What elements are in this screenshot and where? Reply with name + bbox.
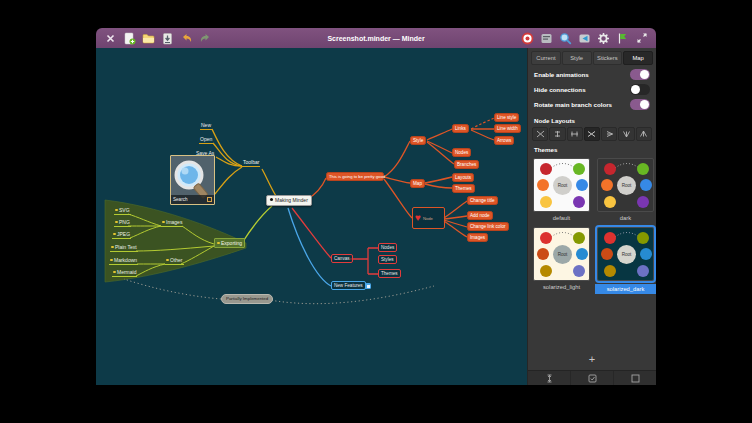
properties-sidebar: Current Style Stickers Map Enable animat… — [527, 48, 656, 385]
board-icon[interactable] — [540, 32, 553, 45]
theme-solarized-dark[interactable]: Root solarized_dark — [595, 227, 656, 294]
rotate-branch-colors-toggle[interactable] — [630, 99, 650, 110]
map-node-line-width[interactable]: Line width — [494, 124, 521, 133]
map-node-search-image[interactable]: Search — [170, 155, 215, 205]
theme-default[interactable]: Root default — [533, 158, 590, 222]
map-node-other[interactable]: Other — [165, 257, 184, 265]
layout-vertical-button[interactable] — [549, 127, 565, 141]
map-node-svg[interactable]: SVG — [114, 207, 131, 215]
setting-enable-animations: Enable animations — [528, 67, 656, 82]
theme-dark[interactable]: Root dark — [595, 158, 656, 222]
close-window-icon[interactable] — [104, 32, 117, 45]
layout-up-button[interactable] — [618, 127, 634, 141]
tasks-checkbox-icon[interactable] — [571, 371, 614, 385]
map-node-change-title[interactable]: Change title — [467, 196, 498, 205]
themes-heading: Themes — [528, 141, 656, 156]
map-node-style[interactable]: Style — [410, 136, 426, 145]
theme-name: solarized_light — [540, 283, 583, 291]
map-node-style-nodes[interactable]: Nodes — [452, 148, 471, 157]
layout-manual-button[interactable] — [532, 127, 548, 141]
image-resize-icon[interactable] — [207, 197, 212, 202]
map-node-canvas-nodes[interactable]: Nodes — [378, 243, 397, 252]
theme-color-dot — [604, 232, 616, 244]
tab-map[interactable]: Map — [623, 51, 653, 65]
theme-color-dot — [640, 179, 652, 191]
hide-connections-toggle[interactable] — [630, 84, 650, 95]
layout-horizontal-button[interactable] — [567, 127, 583, 141]
map-node-arrows[interactable]: Arrows — [494, 136, 514, 145]
theme-color-dot — [540, 265, 552, 277]
enable-animations-toggle[interactable] — [630, 69, 650, 80]
layout-down-button[interactable] — [636, 127, 652, 141]
tab-stickers[interactable]: Stickers — [593, 51, 623, 65]
map-node-canvas-styles[interactable]: Styles — [378, 255, 397, 264]
theme-color-dot — [540, 232, 552, 244]
theme-color-dot — [637, 265, 649, 277]
map-node-themes[interactable]: Themes — [452, 184, 475, 193]
frame-icon[interactable] — [614, 371, 656, 385]
titlebar: Screenshot.minder — Minder — [96, 28, 656, 48]
theme-name: dark — [617, 214, 634, 222]
setting-rotate-branch-colors: Rotate main branch colors — [528, 97, 656, 112]
open-folder-icon[interactable] — [142, 32, 155, 45]
theme-root-circle: Root — [553, 245, 572, 264]
map-node-mermaid[interactable]: Mermaid — [112, 269, 137, 277]
redo-icon[interactable] — [199, 32, 212, 45]
theme-color-dot — [601, 248, 613, 260]
map-node-export-images[interactable]: Images — [161, 219, 183, 227]
map-node-layouts[interactable]: Layouts — [452, 173, 474, 182]
map-node-new-features[interactable]: New Features — [331, 281, 366, 290]
sidebar-tabs: Current Style Stickers Map — [528, 48, 656, 67]
export-icon[interactable] — [578, 32, 591, 45]
new-document-icon[interactable] — [123, 32, 136, 45]
settings-gear-icon[interactable] — [597, 32, 610, 45]
map-node-markdown[interactable]: Markdown — [109, 257, 138, 265]
map-node-canvas-themes[interactable]: Themes — [378, 269, 401, 278]
add-theme-button[interactable]: + — [528, 354, 656, 365]
layout-both-sides-button[interactable] — [584, 127, 600, 141]
map-node-plain-text[interactable]: Plain Text — [110, 244, 138, 252]
heart-sticker-icon: ♥ — [415, 213, 421, 223]
node-dot-icon — [270, 198, 273, 201]
layout-left-button[interactable] — [601, 127, 617, 141]
map-node-partially-implemented[interactable]: Partially Implemented — [221, 294, 273, 304]
theme-root-circle: Root — [617, 245, 636, 264]
node-bullet — [217, 242, 220, 245]
map-node-branches[interactable]: Branches — [454, 160, 479, 169]
fit-height-icon[interactable] — [528, 371, 571, 385]
theme-solarized-light[interactable]: Root solarized_light — [533, 227, 590, 294]
themes-grid: Root default — [528, 156, 656, 296]
map-node-heart-box[interactable]: ♥ Node — [412, 207, 445, 229]
map-node-add-node[interactable]: Add node — [467, 211, 493, 220]
theme-name: default — [550, 214, 573, 222]
flag-icon[interactable] — [616, 32, 629, 45]
map-node-heart-images[interactable]: Images — [467, 233, 488, 242]
map-node-png[interactable]: PNG — [114, 219, 131, 227]
tab-style[interactable]: Style — [562, 51, 592, 65]
node-layouts-row — [528, 127, 656, 141]
undo-icon[interactable] — [180, 32, 193, 45]
theme-color-dot — [573, 232, 585, 244]
map-node-jpeg[interactable]: JPEG — [112, 231, 131, 239]
theme-color-dot — [573, 163, 585, 175]
tab-current[interactable]: Current — [531, 51, 561, 65]
note-chip-icon[interactable] — [365, 283, 371, 289]
map-node-change-link-color[interactable]: Change link color — [467, 222, 509, 231]
theme-color-dot — [576, 248, 588, 260]
zoom-fit-icon[interactable] — [635, 32, 648, 45]
map-node-center[interactable]: Making Minder — [266, 195, 312, 206]
map-node-exporting[interactable]: Exporting — [214, 238, 245, 248]
map-node-links[interactable]: Links — [452, 124, 469, 133]
map-node-open[interactable]: Open — [199, 136, 213, 144]
desktop-background: Screenshot.minder — Minder — [0, 0, 752, 423]
mindmap-canvas[interactable]: Toolbar New Open Save As Search — [96, 48, 527, 385]
save-icon[interactable] — [161, 32, 174, 45]
map-node-new[interactable]: New — [200, 122, 212, 130]
map-node-map[interactable]: Map — [410, 179, 425, 188]
map-node-canvas[interactable]: Canvas — [331, 254, 353, 263]
map-node-toolbar[interactable]: Toolbar — [242, 159, 260, 167]
map-node-line-style[interactable]: Line style — [494, 113, 519, 122]
search-icon[interactable] — [559, 32, 572, 45]
record-target-icon[interactable] — [521, 32, 534, 45]
map-node-pretty-good[interactable]: This is going to be pretty good — [326, 172, 384, 181]
